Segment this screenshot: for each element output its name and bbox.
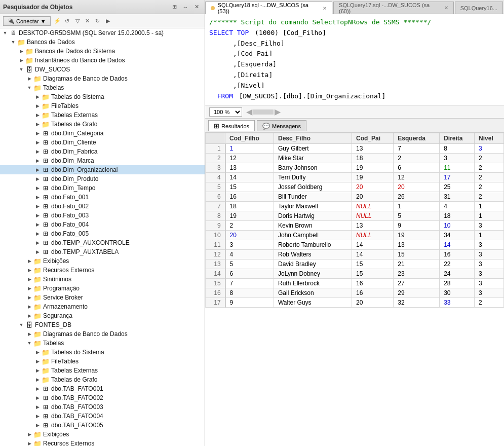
tab-sqlquery18-close[interactable]: ✕: [323, 6, 327, 11]
table-row[interactable]: 718Taylor MaxwellNULL141: [206, 202, 504, 211]
expand-fontes-grafo-icon[interactable]: ▶: [33, 376, 42, 384]
zoom-select[interactable]: 100 % 75 % 125 % 150 %: [209, 107, 242, 117]
tree-node-fontes-diag[interactable]: ▶ 📁 Diagramas de Banco de Dados: [0, 329, 205, 339]
sync-icon[interactable]: ↻: [93, 17, 102, 26]
expand-fontes-tab-icon[interactable]: ▼: [25, 339, 33, 347]
table-row[interactable]: 819Doris HartwigNULL5181: [206, 211, 504, 221]
expand-tempaux-icon[interactable]: ▶: [33, 239, 42, 247]
tree-node-tabsis[interactable]: ▶ 📁 Tabelas do Sistema: [0, 92, 205, 101]
expand-tab-icon[interactable]: ▼: [25, 84, 33, 92]
toolbar-pin-btn[interactable]: ⊞: [169, 2, 179, 12]
table-row[interactable]: 515Jossef Goldberg2020252: [206, 182, 504, 192]
tab-sqlquery18[interactable]: SQLQuery18.sql -...DW_SUCOS (sa (53)) ✕: [205, 2, 332, 14]
tree-node-fato003[interactable]: ▶ ⊞ dbo.Fato_003: [0, 211, 205, 220]
tree-node-diagramas[interactable]: ▶ 📁 Diagramas de Banco de Dados: [0, 74, 205, 83]
table-row[interactable]: 157Ruth Ellerbrock1627283: [206, 279, 504, 288]
expand-file-icon[interactable]: ▶: [33, 102, 42, 110]
expand-fato003-icon[interactable]: ▶: [33, 211, 42, 219]
expand-tabsis-icon[interactable]: ▶: [33, 93, 42, 101]
tree-node-dw-sucos[interactable]: ▼ 🗄 DW_SUCOS: [0, 65, 205, 74]
expand-seg-icon[interactable]: ▶: [25, 312, 33, 320]
expand-fato005-icon[interactable]: ▶: [33, 230, 42, 238]
expand-fato004-icon[interactable]: ▶: [33, 220, 42, 229]
tree-node-temp-auxt[interactable]: ▶ ⊞ dbo.TEMP_AUXTABELA: [0, 247, 205, 256]
tree-node-fontes-rec[interactable]: ▶ 📁 Recursos Externos: [0, 439, 205, 446]
expand-inst-icon[interactable]: ▶: [17, 56, 25, 64]
table-row[interactable]: 212Mike Star18232: [206, 154, 504, 163]
expand-fontes-tabsis-icon[interactable]: ▶: [33, 348, 42, 356]
tab-sqlquery17[interactable]: SQLQuery17.sql -...DW_SUCOS (sa (60)) ✕: [333, 2, 454, 14]
tree-node-programacao[interactable]: ▶ 📁 Programação: [0, 284, 205, 293]
expand-fontes-exib-icon[interactable]: ▶: [25, 430, 33, 438]
refresh-icon[interactable]: ↺: [63, 17, 72, 26]
tab-resultados[interactable]: ⊞ Resultados: [208, 120, 255, 131]
tree-node-sinonimos[interactable]: ▶ 📁 Sinônimos: [0, 275, 205, 284]
tree-node-server[interactable]: ▼ 🖥 DESKTOP-GR5DSMM (SQL Server 15.0.200…: [0, 28, 205, 38]
expand-server-icon[interactable]: ▼: [1, 29, 9, 37]
tree-node-fontes-db[interactable]: ▼ 🗄 FONTES_DB: [0, 320, 205, 329]
table-row[interactable]: 92Kevin Brown139103: [206, 221, 504, 231]
table-row[interactable]: 135David Bradley1521223: [206, 259, 504, 269]
table-row[interactable]: 313Barry Johnson196112: [206, 163, 504, 173]
tree-node-tabext[interactable]: ▶ 📁 Tabelas Externas: [0, 110, 205, 120]
tree-node-dim-cat[interactable]: ▶ ⊞ dbo.Dim_Categoria: [0, 129, 205, 138]
tree-node-tab-fato005[interactable]: ▶ ⊞ dbo.TAB_FATO005: [0, 421, 205, 430]
tree-node-fato005[interactable]: ▶ ⊞ dbo.Fato_005: [0, 229, 205, 238]
filter-clear-icon[interactable]: ✕: [83, 17, 92, 26]
table-row[interactable]: 616Bill Tunder2026312: [206, 192, 504, 202]
expand-fontes-file-icon[interactable]: ▶: [33, 357, 42, 365]
table-row[interactable]: 113Roberto Tamburello1413143: [206, 240, 504, 250]
tree-node-fato001[interactable]: ▶ ⊞ dbo.Fato_001: [0, 193, 205, 202]
expand-tabfato001-icon[interactable]: ▶: [33, 385, 42, 393]
tree-node-dim-tempo[interactable]: ▶ ⊞ dbo.Dim_Tempo: [0, 183, 205, 193]
expand-tabfato004-icon[interactable]: ▶: [33, 412, 42, 420]
expand-dimfab-icon[interactable]: ▶: [33, 147, 42, 156]
tree-node-tab-fato004[interactable]: ▶ ⊞ dbo.TAB_FATO004: [0, 412, 205, 421]
expand-fato002-icon[interactable]: ▶: [33, 202, 42, 210]
expand-fontes-rec-icon[interactable]: ▶: [25, 439, 33, 446]
tree-node-externos[interactable]: ▶ 📁 Recursos Externos: [0, 266, 205, 275]
expand-tabfato003-icon[interactable]: ▶: [33, 403, 42, 411]
tree-node-dim-prod[interactable]: ▶ ⊞ dbo.Dim_Produto: [0, 174, 205, 183]
table-row[interactable]: 124Rob Walters1415163: [206, 250, 504, 259]
tree-node-temp-aux[interactable]: ▶ ⊞ dbo.TEMP_AUXCONTROLE: [0, 238, 205, 247]
expand-arm-icon[interactable]: ▶: [25, 303, 33, 311]
expand-grafo-icon[interactable]: ▶: [33, 120, 42, 128]
expand-dw-icon[interactable]: ▼: [17, 65, 25, 73]
expand-dimprod-icon[interactable]: ▶: [33, 175, 42, 183]
tree-node-tab-fato002[interactable]: ▶ ⊞ dbo.TAB_FATO002: [0, 393, 205, 402]
table-row[interactable]: 146JoLynn Dobney1523243: [206, 269, 504, 279]
tab-sqlquery16[interactable]: SQLQuery16...: [455, 2, 503, 14]
tree-node-armazenamento[interactable]: ▶ 📁 Armazenamento: [0, 302, 205, 311]
tab-sqlquery17-close[interactable]: ✕: [444, 5, 448, 11]
sql-editor[interactable]: /****** Script do comando SelectTopNRows…: [205, 14, 504, 105]
expand-sb-icon[interactable]: ▶: [25, 293, 33, 302]
tree-node-tab-fato001[interactable]: ▶ ⊞ dbo.TAB_FATO001: [0, 384, 205, 393]
tree-node-dim-cli[interactable]: ▶ ⊞ dbo.Dim_Cliente: [0, 138, 205, 147]
expand-dimcli-icon[interactable]: ▶: [33, 138, 42, 146]
toolbar-close-btn[interactable]: ✕: [191, 2, 202, 12]
tree-node-exibicoes[interactable]: ▶ 📁 Exibições: [0, 256, 205, 266]
tree-node-sistema[interactable]: ▶ 📁 Bancos de Dados do Sistema: [0, 47, 205, 56]
tree-node-fontes-tabelas[interactable]: ▼ 📁 Tabelas: [0, 339, 205, 348]
tab-mensagens[interactable]: 💬 Mensagens: [257, 120, 306, 131]
new-query-icon[interactable]: ▶: [103, 17, 112, 26]
tree-node-instantaneos[interactable]: ▶ 📁 Instantâneos do Banco de Dados: [0, 56, 205, 65]
expand-fontes-icon[interactable]: ▼: [17, 321, 25, 329]
tree-node-tabgrafo[interactable]: ▶ 📁 Tabelas de Grafo: [0, 120, 205, 129]
expand-ext-icon[interactable]: ▶: [25, 266, 33, 274]
tree-node-fato002[interactable]: ▶ ⊞ dbo.Fato_002: [0, 202, 205, 211]
tree-node-service-broker[interactable]: ▶ 📁 Service Broker: [0, 293, 205, 302]
table-row[interactable]: 11Guy Gilbert13783: [206, 144, 504, 154]
tree-node-fontes-tabext[interactable]: ▶ 📁 Tabelas Externas: [0, 366, 205, 375]
results-table-container[interactable]: Cod_Filho Desc_Filho Cod_Pai Esquerda Di…: [205, 133, 504, 446]
expand-fato001-icon[interactable]: ▶: [33, 193, 42, 201]
tree-node-dim-org[interactable]: ▶ ⊞ dbo.Dim_Organizacional: [0, 165, 205, 174]
tree-node-tab-fato003[interactable]: ▶ ⊞ dbo.TAB_FATO003: [0, 402, 205, 412]
expand-fontes-tabext-icon[interactable]: ▶: [33, 366, 42, 375]
disconnect-icon[interactable]: ⚡: [53, 17, 62, 26]
expand-tabfato002-icon[interactable]: ▶: [33, 394, 42, 402]
tree-node-fontes-tabsis[interactable]: ▶ 📁 Tabelas do Sistema: [0, 348, 205, 357]
table-row[interactable]: 1020John CampbellNULL19341: [206, 231, 504, 240]
tree-node-tabelas[interactable]: ▼ 📁 Tabelas: [0, 83, 205, 92]
